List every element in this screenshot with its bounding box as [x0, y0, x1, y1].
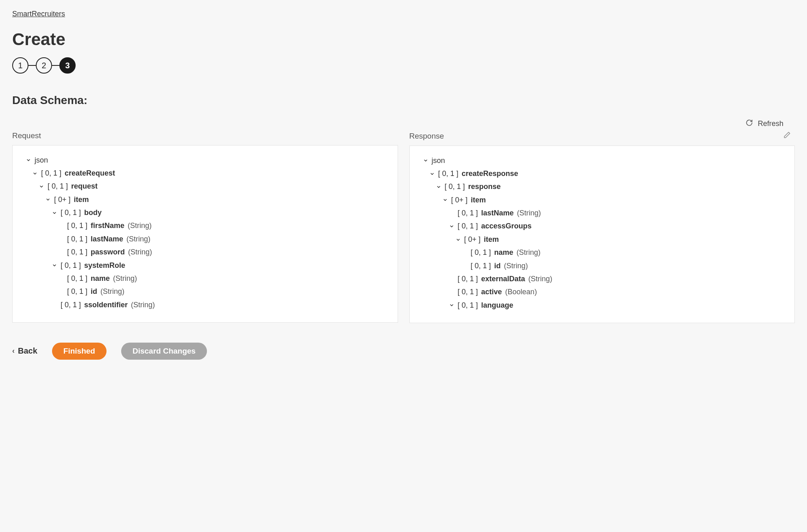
chevron-down-icon[interactable] — [39, 184, 44, 189]
tree-row[interactable]: [ 0, 1 ] externalData (String) — [420, 273, 785, 286]
tree-row[interactable]: json — [22, 154, 388, 167]
field-name: lastName — [91, 235, 123, 244]
field-name: name — [91, 274, 110, 283]
field-name: firstName — [91, 221, 124, 230]
tree-row[interactable]: [ 0, 1 ] name (String) — [420, 246, 785, 259]
field-type: (String) — [504, 261, 528, 271]
response-panel-label: Response — [409, 132, 444, 141]
step-connector — [52, 65, 59, 66]
tree-row[interactable]: [ 0, 1 ] createResponse — [420, 167, 785, 180]
cardinality-label: [ 0, 1 ] — [458, 287, 478, 297]
field-name: createResponse — [462, 169, 518, 178]
tree-row[interactable]: [ 0, 1 ] request — [22, 180, 388, 193]
cardinality-label: [ 0, 1 ] — [458, 221, 478, 231]
refresh-button[interactable]: Refresh — [758, 119, 783, 128]
back-button[interactable]: ‹ Back — [12, 346, 37, 356]
cardinality-label: [ 0, 1 ] — [445, 182, 465, 191]
cardinality-label: [ 0, 1 ] — [67, 221, 87, 230]
field-type: (String) — [529, 274, 553, 284]
tree-row[interactable]: [ 0, 1 ] lastName (String) — [22, 232, 388, 245]
breadcrumb-link[interactable]: SmartRecruiters — [12, 10, 65, 18]
step-1[interactable]: 1 — [12, 57, 28, 74]
tree-row[interactable]: [ 0, 1 ] response — [420, 180, 785, 193]
tree-row[interactable]: [ 0, 1 ] accessGroups — [420, 220, 785, 233]
chevron-down-icon[interactable] — [32, 171, 38, 176]
edit-icon[interactable] — [783, 131, 791, 141]
discard-button[interactable]: Discard Changes — [121, 343, 207, 360]
field-name: item — [471, 195, 486, 205]
chevron-down-icon[interactable] — [436, 185, 442, 189]
chevron-down-icon[interactable] — [455, 237, 461, 242]
tree-row[interactable]: json — [420, 154, 785, 167]
tree-row[interactable]: [ 0+ ] item — [420, 193, 785, 206]
field-type: (String) — [128, 221, 152, 230]
chevron-down-icon[interactable] — [442, 198, 448, 202]
field-type: (String) — [517, 248, 541, 257]
finished-button[interactable]: Finished — [52, 343, 107, 360]
field-type: (String) — [113, 274, 137, 283]
section-title: Data Schema: — [12, 94, 795, 107]
chevron-down-icon[interactable] — [423, 158, 429, 163]
tree-row[interactable]: [ 0, 1 ] id (String) — [420, 259, 785, 272]
field-name: externalData — [481, 274, 525, 284]
tree-row[interactable]: [ 0+ ] item — [420, 233, 785, 246]
request-panel: json[ 0, 1 ] createRequest[ 0, 1 ] reque… — [12, 145, 398, 323]
field-name: json — [35, 156, 48, 165]
field-name: createRequest — [65, 169, 115, 178]
cardinality-label: [ 0, 1 ] — [61, 300, 81, 310]
step-2[interactable]: 2 — [36, 57, 52, 74]
tree-row[interactable]: [ 0, 1 ] name (String) — [22, 272, 388, 285]
field-name: request — [71, 182, 98, 191]
tree-row[interactable]: [ 0, 1 ] language — [420, 299, 785, 312]
cardinality-label: [ 0, 1 ] — [67, 287, 87, 296]
cardinality-label: [ 0, 1 ] — [458, 301, 478, 310]
field-name: item — [74, 195, 89, 204]
cardinality-label: [ 0, 1 ] — [48, 182, 68, 191]
cardinality-label: [ 0, 1 ] — [67, 235, 87, 244]
tree-row[interactable]: [ 0, 1 ] active (Boolean) — [420, 286, 785, 299]
chevron-down-icon[interactable] — [45, 197, 51, 202]
step-3[interactable]: 3 — [59, 57, 76, 74]
tree-row[interactable]: [ 0, 1 ] password (String) — [22, 246, 388, 259]
chevron-down-icon[interactable] — [449, 303, 455, 308]
cardinality-label: [ 0+ ] — [451, 195, 468, 205]
cardinality-label: [ 0, 1 ] — [61, 261, 81, 270]
field-name: item — [484, 235, 499, 244]
response-panel: json[ 0, 1 ] createResponse[ 0, 1 ] resp… — [409, 145, 795, 323]
field-type: (String) — [100, 287, 124, 296]
cardinality-label: [ 0, 1 ] — [67, 248, 87, 257]
chevron-down-icon[interactable] — [449, 224, 455, 229]
field-name: ssoIdentifier — [84, 300, 128, 310]
field-name: id — [494, 261, 501, 271]
tree-row[interactable]: [ 0, 1 ] body — [22, 206, 388, 219]
field-name: active — [481, 287, 502, 297]
cardinality-label: [ 0, 1 ] — [67, 274, 87, 283]
tree-row[interactable]: [ 0, 1 ] createRequest — [22, 167, 388, 180]
field-name: response — [468, 182, 501, 191]
chevron-down-icon[interactable] — [52, 211, 57, 215]
field-type: (String) — [128, 248, 152, 257]
tree-row[interactable]: [ 0, 1 ] id (String) — [22, 285, 388, 298]
chevron-down-icon[interactable] — [26, 158, 31, 163]
tree-row[interactable]: [ 0+ ] item — [22, 193, 388, 206]
cardinality-label: [ 0, 1 ] — [458, 208, 478, 218]
field-name: lastName — [481, 208, 514, 218]
tree-row[interactable]: [ 0, 1 ] firstName (String) — [22, 219, 388, 232]
tree-row[interactable]: [ 0, 1 ] ssoIdentifier (String) — [22, 298, 388, 311]
field-name: systemRole — [84, 261, 125, 270]
cardinality-label: [ 0+ ] — [464, 235, 481, 244]
field-name: json — [432, 156, 445, 165]
chevron-down-icon[interactable] — [429, 172, 435, 176]
step-indicator: 123 — [12, 57, 795, 74]
cardinality-label: [ 0, 1 ] — [41, 169, 61, 178]
field-name: accessGroups — [481, 221, 532, 231]
cardinality-label: [ 0, 1 ] — [471, 248, 491, 257]
refresh-icon[interactable] — [746, 119, 753, 128]
step-connector — [28, 65, 36, 66]
chevron-down-icon[interactable] — [52, 263, 57, 268]
tree-row[interactable]: [ 0, 1 ] lastName (String) — [420, 207, 785, 220]
tree-row[interactable]: [ 0, 1 ] systemRole — [22, 259, 388, 272]
field-type: (Boolean) — [505, 287, 537, 297]
field-name: password — [91, 248, 125, 257]
page-title: Create — [12, 30, 795, 49]
